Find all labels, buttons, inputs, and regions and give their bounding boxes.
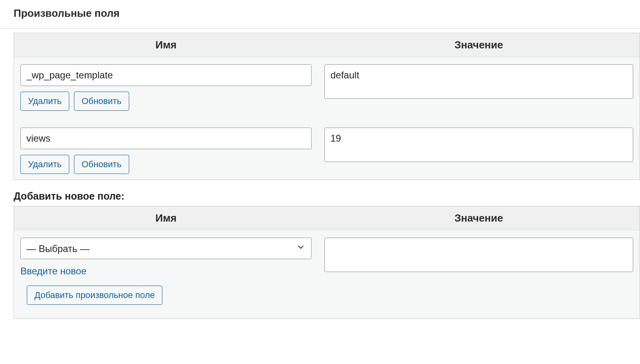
field-name-select[interactable]: — Выбрать — <box>20 238 312 259</box>
update-button[interactable]: Обновить <box>74 92 129 111</box>
field-value-input[interactable] <box>324 64 633 99</box>
field-name-input[interactable] <box>20 64 312 86</box>
enter-new-link[interactable]: Введите новое <box>20 266 86 277</box>
panel-title: Произвольные поля <box>14 7 626 20</box>
new-field-value-input[interactable] <box>324 238 633 272</box>
table-row: — Выбрать — Введите новое Добавить произ… <box>14 230 640 319</box>
field-name-input[interactable] <box>20 128 312 149</box>
update-button[interactable]: Обновить <box>74 155 129 174</box>
table-row: Удалить Обновить <box>14 57 640 117</box>
panel-header: Произвольные поля <box>0 0 640 28</box>
add-custom-field-button[interactable]: Добавить произвольное поле <box>27 286 162 305</box>
divider <box>0 28 640 29</box>
column-header-value: Значение <box>318 206 640 230</box>
add-new-heading: Добавить новое поле: <box>14 190 640 202</box>
delete-button[interactable]: Удалить <box>20 92 69 111</box>
column-header-name: Имя <box>14 206 318 230</box>
add-new-field-table: Имя Значение — Выбрать — Введите новое <box>14 206 640 319</box>
custom-fields-table: Имя Значение Удалить Обновить <box>14 33 640 180</box>
table-row: Удалить Обновить <box>14 116 640 180</box>
column-header-name: Имя <box>14 33 318 57</box>
delete-button[interactable]: Удалить <box>20 155 69 174</box>
column-header-value: Значение <box>318 33 640 57</box>
field-value-input[interactable] <box>324 128 633 162</box>
